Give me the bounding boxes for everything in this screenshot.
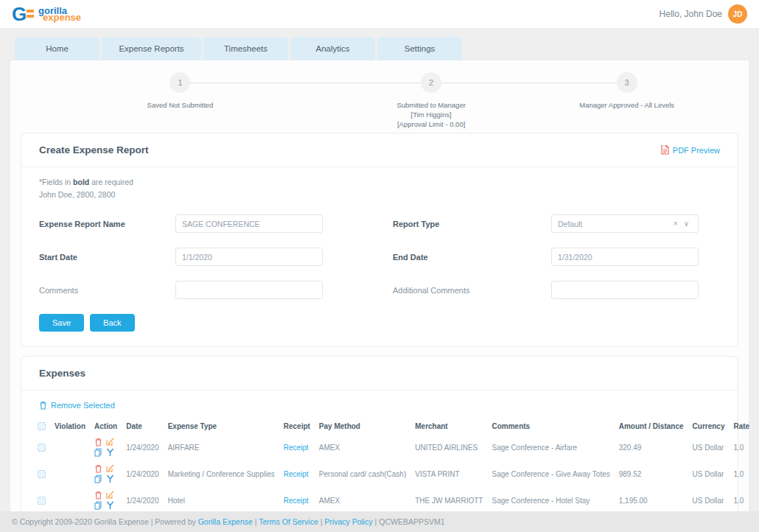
delete-icon[interactable] bbox=[94, 491, 102, 500]
remove-selected-label: Remove Selected bbox=[51, 401, 115, 410]
logo-wordmark: gorilla expense bbox=[38, 7, 81, 21]
merchant-cell: VISTA PRINT bbox=[410, 461, 487, 487]
report-type-value: Default bbox=[558, 220, 671, 228]
col-rate: Rate bbox=[729, 419, 754, 434]
row-actions bbox=[94, 464, 117, 483]
col-pay-method: Pay Method bbox=[315, 419, 410, 434]
required-fields-note: *Fields in bold are required bbox=[39, 176, 720, 189]
step-1-circle: 1 bbox=[169, 72, 190, 93]
main-nav-tabs: Home Expense Reports Timesheets Analytic… bbox=[0, 28, 759, 60]
main-panel: 1 Saved Not Submitted 2 Submitted to Man… bbox=[10, 60, 749, 532]
expenses-header-row: Violation Action Date Expense Type Recei… bbox=[33, 419, 759, 434]
col-total: Total bbox=[754, 419, 759, 434]
tab-timesheets[interactable]: Timesheets bbox=[203, 37, 288, 60]
row-checkbox[interactable] bbox=[38, 497, 46, 505]
remove-selected-button[interactable]: Remove Selected bbox=[39, 401, 115, 410]
expenses-title: Expenses bbox=[39, 368, 85, 379]
tab-expense-reports[interactable]: Expense Reports bbox=[102, 37, 201, 60]
delete-icon[interactable] bbox=[94, 464, 102, 473]
expenses-table: Violation Action Date Expense Type Recei… bbox=[33, 419, 759, 514]
receipt-link[interactable]: Receipt bbox=[284, 470, 309, 478]
comments-cell: Sage Conference - Hotel Stay bbox=[487, 487, 614, 514]
tab-settings[interactable]: Settings bbox=[377, 37, 462, 60]
merchant-cell: THE JW MARRIOTT bbox=[410, 487, 487, 514]
comments-field[interactable] bbox=[175, 281, 323, 299]
violation-cell bbox=[50, 461, 90, 487]
date-cell: 1/24/2020 bbox=[122, 487, 164, 514]
amount-cell: 989.52 bbox=[615, 461, 688, 487]
expense-type-cell: Marketing / Conference Supplies bbox=[164, 461, 279, 487]
expense-report-name-field[interactable] bbox=[175, 214, 323, 233]
receipt-link[interactable]: Receipt bbox=[284, 444, 309, 452]
receipt-link[interactable]: Receipt bbox=[284, 497, 309, 505]
create-expense-report-card: Create Expense Report PDF Preview *Field… bbox=[21, 133, 738, 347]
footer: © Copyright 2009-2020 Gorilla Expense | … bbox=[0, 511, 759, 532]
start-date-label: Start Date bbox=[39, 253, 175, 262]
row-actions bbox=[94, 438, 117, 457]
user-info-line: John Doe, 2800, 2800 bbox=[39, 189, 720, 201]
comments-cell: Sage Conference - Airfare bbox=[487, 434, 614, 461]
currency-cell: US Dollar bbox=[688, 461, 730, 487]
tab-home[interactable]: Home bbox=[15, 37, 99, 60]
report-type-label: Report Type bbox=[393, 220, 551, 228]
tab-analytics[interactable]: Analytics bbox=[290, 37, 375, 60]
stepper-step-2: 2 Submitted to Manager [Tim Higgins] [Ap… bbox=[346, 72, 516, 129]
total-cell: 320.49 bbox=[754, 434, 759, 461]
col-expense-type: Expense Type bbox=[164, 419, 279, 434]
footer-link-gorilla-expense[interactable]: Gorilla Expense bbox=[198, 517, 253, 526]
select-all-checkbox[interactable] bbox=[38, 422, 46, 430]
amount-cell: 320.49 bbox=[615, 434, 688, 461]
expenses-card: Expenses Remove Selected Violation Actio… bbox=[21, 356, 738, 532]
additional-comments-field[interactable] bbox=[551, 281, 699, 299]
col-receipt: Receipt bbox=[279, 419, 315, 434]
pdf-icon bbox=[661, 145, 669, 155]
pdf-preview-link[interactable]: PDF Preview bbox=[661, 145, 720, 155]
trash-icon bbox=[39, 401, 47, 410]
violation-cell bbox=[50, 434, 90, 461]
copy-icon[interactable] bbox=[94, 475, 102, 483]
delete-icon[interactable] bbox=[94, 438, 102, 447]
copy-icon[interactable] bbox=[94, 501, 102, 510]
top-header: G gorilla expense Hello, John Doe JD bbox=[0, 0, 759, 28]
clear-icon[interactable]: × bbox=[671, 220, 681, 228]
logo-word-expense: expense bbox=[43, 13, 81, 21]
rate-cell: 1.0 bbox=[729, 461, 754, 487]
stepper-step-1: 1 Saved Not Submitted bbox=[95, 72, 265, 110]
chevron-down-icon[interactable]: ∨ bbox=[681, 220, 692, 228]
step-3-label: Manager Approved - All Levels bbox=[542, 100, 712, 110]
row-checkbox[interactable] bbox=[38, 470, 46, 478]
form-notes: *Fields in bold are required John Doe, 2… bbox=[21, 167, 738, 201]
col-comments: Comments bbox=[487, 419, 614, 434]
col-date: Date bbox=[122, 419, 164, 434]
comments-cell: Sage Conference - Give Away Totes bbox=[487, 461, 614, 487]
copyright-text: © Copyright 2009-2020 Gorilla Expense | … bbox=[12, 517, 196, 526]
avatar[interactable]: JD bbox=[728, 4, 747, 24]
pay-method-cell: AMEX bbox=[315, 434, 410, 461]
pay-method-cell: Personal card/ cash(Cash) bbox=[315, 461, 410, 487]
gorilla-expense-logo[interactable]: G gorilla expense bbox=[12, 4, 81, 24]
edit-icon[interactable] bbox=[106, 491, 114, 499]
split-icon[interactable] bbox=[106, 501, 114, 510]
footer-link-privacy[interactable]: Privacy Policy bbox=[324, 517, 372, 526]
copy-icon[interactable] bbox=[94, 448, 102, 457]
save-button[interactable]: Save bbox=[39, 314, 84, 332]
split-icon[interactable] bbox=[106, 448, 114, 457]
row-checkbox[interactable] bbox=[38, 444, 46, 452]
edit-icon[interactable] bbox=[106, 438, 114, 446]
end-date-field[interactable] bbox=[551, 248, 699, 266]
split-icon[interactable] bbox=[106, 475, 114, 483]
footer-link-terms[interactable]: Terms Of Service bbox=[259, 517, 318, 526]
amount-cell: 1,195.00 bbox=[615, 487, 688, 514]
report-type-select[interactable]: Default × ∨ bbox=[551, 214, 699, 233]
start-date-field[interactable] bbox=[175, 248, 323, 266]
col-merchant: Merchant bbox=[410, 419, 487, 434]
col-action: Action bbox=[90, 419, 122, 434]
edit-icon[interactable] bbox=[106, 464, 114, 472]
date-cell: 1/24/2020 bbox=[122, 461, 164, 487]
back-button[interactable]: Back bbox=[90, 314, 134, 332]
col-currency: Currency bbox=[688, 419, 730, 434]
pay-method-cell: AMEX bbox=[315, 487, 410, 514]
step-3-circle: 3 bbox=[617, 72, 637, 93]
user-greeting: Hello, John Doe bbox=[660, 9, 722, 19]
approval-stepper: 1 Saved Not Submitted 2 Submitted to Man… bbox=[10, 60, 749, 124]
